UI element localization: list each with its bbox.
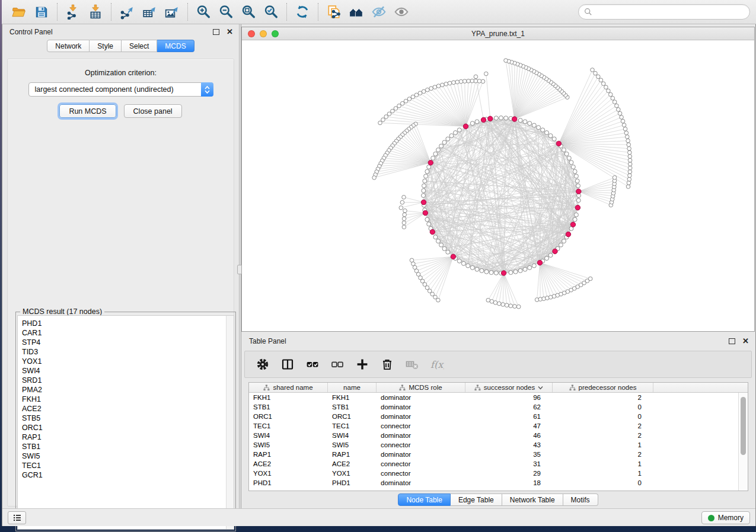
export-image-button[interactable] [161,2,183,21]
zoom-selected-button[interactable] [260,2,282,21]
open-file-button[interactable] [8,2,30,21]
run-mcds-button[interactable]: Run MCDS [59,104,116,118]
tab-network[interactable]: Network [47,40,90,52]
dominator-node[interactable] [430,229,435,234]
table-row[interactable]: PHD1PHD1dominator180 [249,478,748,488]
dominator-node[interactable] [566,232,570,236]
table-row[interactable]: SWI5SWI5connector431 [249,440,748,450]
zoom-fit-icon [241,4,256,20]
mcds-result-item[interactable]: CAR1 [22,328,234,338]
mcds-result-item[interactable]: STB5 [22,414,234,423]
table-scrollbar[interactable] [738,393,748,491]
memory-button[interactable]: Memory [701,511,750,524]
criterion-value: largest connected component (undirected) [35,85,174,94]
mcds-result-item[interactable]: SWI5 [22,451,234,461]
zoom-out-button[interactable] [215,2,237,21]
close-panel-icon[interactable]: ✕ [227,29,233,35]
mcds-result-item[interactable]: SWI4 [22,366,234,376]
dominator-node[interactable] [488,116,493,121]
table-settings-button[interactable] [254,356,271,373]
table-row[interactable]: YOX1YOX1connector291 [249,469,748,478]
float-table-panel-button[interactable] [729,338,735,344]
dominator-node[interactable] [423,210,428,215]
mcds-result-item[interactable]: YOX1 [22,357,234,366]
column-header-predecessor-nodes[interactable]: predecessor nodes [553,383,653,392]
mcds-result-item[interactable]: PHD1 [22,319,234,328]
select-all-rows-button[interactable] [304,356,321,373]
dominator-node[interactable] [553,249,557,254]
import-table-button[interactable] [84,2,107,21]
table-row[interactable]: FKH1FKH1dominator962 [249,393,748,402]
search-input[interactable] [596,8,744,16]
column-header-shared-name[interactable]: shared name [249,383,328,392]
table-scrollbar-thumb[interactable] [741,397,746,455]
tab-select[interactable]: Select [122,40,157,52]
tab-motifs[interactable]: Motifs [563,493,598,506]
dominator-node[interactable] [512,117,517,121]
mcds-result-item[interactable]: TEC1 [22,461,234,470]
column-header-MCDS-role[interactable]: MCDS role [377,383,465,392]
dominator-node[interactable] [501,271,506,275]
dominator-node[interactable] [421,200,426,204]
table-row[interactable]: ACE2ACE2connector311 [249,459,748,469]
tab-edge-table[interactable]: Edge Table [451,493,502,506]
mcds-result-item[interactable]: STP4 [22,338,234,347]
criterion-dropdown[interactable]: largest connected component (undirected) [28,82,213,97]
table-row[interactable]: STB1STB1dominator620 [249,402,748,412]
mcds-result-item[interactable]: RAP1 [22,432,234,442]
show-columns-button[interactable] [279,356,296,373]
first-neighbors-button[interactable] [345,2,368,21]
mcds-result-item[interactable]: SRD1 [22,376,234,385]
mcds-list-scrollbar[interactable] [226,316,234,529]
mcds-result-item[interactable]: ACE2 [22,404,234,414]
column-header-successor-nodes[interactable]: successor nodes [465,383,553,392]
export-network-button[interactable] [116,2,138,21]
dominator-node[interactable] [428,160,433,165]
mcds-result-item[interactable]: PMA2 [22,385,234,395]
export-table-button[interactable] [138,2,161,21]
network-canvas[interactable] [242,40,754,331]
dominator-node[interactable] [576,189,581,194]
cell-name: TEC1 [328,421,377,431]
table-row[interactable]: ORC1ORC1dominator610 [249,412,748,421]
zoom-in-button[interactable] [192,2,215,21]
mcds-result-item[interactable]: FKH1 [22,395,234,404]
column-header-name[interactable]: name [328,383,377,392]
dominator-node[interactable] [481,117,486,122]
deselect-all-rows-button[interactable] [329,356,346,373]
dominator-node[interactable] [570,222,575,227]
refresh-button[interactable] [291,2,314,21]
tab-network-table[interactable]: Network Table [502,493,563,506]
mcds-result-item[interactable]: ORC1 [22,423,234,432]
close-panel-button[interactable]: Close panel [124,104,182,118]
dominator-node[interactable] [463,124,468,129]
cell-name: SWI5 [328,440,377,450]
close-table-panel-icon[interactable]: ✕ [742,338,749,344]
save-session-button[interactable] [30,2,53,21]
float-panel-button[interactable] [213,29,219,35]
import-network-button[interactable] [62,2,84,21]
tab-node-table[interactable]: Node Table [398,493,451,506]
tab-style[interactable]: Style [90,40,122,52]
new-network-from-selection-button[interactable] [323,2,345,21]
zoom-fit-button[interactable] [237,2,260,21]
dominator-node[interactable] [451,254,455,259]
show-all-button[interactable] [390,2,413,21]
mcds-result-item[interactable]: TID3 [22,347,234,357]
dominator-node[interactable] [537,260,542,265]
mcds-result-item[interactable]: GCR1 [22,470,234,480]
mcds-result-item[interactable]: STB1 [22,442,234,451]
add-column-button[interactable] [354,356,371,373]
cell-successor-nodes: 43 [465,440,553,450]
dominator-node[interactable] [575,205,580,210]
dominator-node[interactable] [556,141,561,146]
hide-selected-button[interactable] [368,2,390,21]
task-history-button[interactable] [8,511,26,524]
cell-shared-name: ORC1 [249,412,328,421]
cell-successor-nodes: 29 [465,469,553,478]
table-row[interactable]: TEC1TEC1connector472 [249,421,748,431]
table-row[interactable]: RAP1RAP1dominator352 [249,450,748,459]
delete-column-button[interactable] [379,356,395,373]
tab-mcds[interactable]: MCDS [157,40,194,52]
table-row[interactable]: SWI4SWI4dominator462 [249,431,748,440]
